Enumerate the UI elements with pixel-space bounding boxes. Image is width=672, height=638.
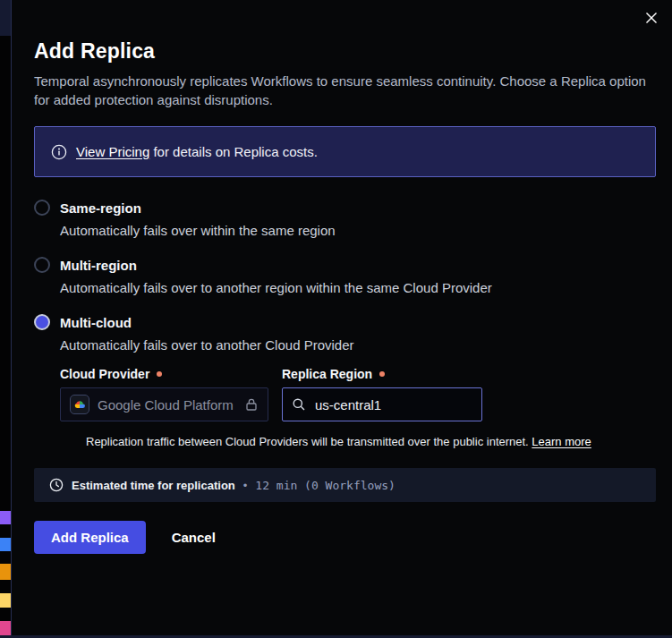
required-dot-icon [157, 371, 162, 377]
radio-icon[interactable] [34, 257, 50, 273]
option-label: Same-region [60, 200, 141, 216]
cancel-button[interactable]: Cancel [172, 530, 216, 545]
pricing-info-banner: View Pricing for details on Replica cost… [34, 126, 656, 177]
note-text: Replication traffic between Cloud Provid… [86, 435, 532, 448]
cloud-provider-label: Cloud Provider [60, 367, 268, 381]
learn-more-link[interactable]: Learn more [532, 435, 591, 448]
option-label: Multi-cloud [60, 315, 132, 330]
page-title: Add Replica [34, 39, 656, 64]
gcp-logo-icon [70, 395, 89, 414]
required-dot-icon [379, 371, 385, 377]
replica-region-input[interactable] [313, 396, 472, 413]
option-description: Automatically fails over to another Clou… [60, 337, 656, 353]
estimate-value: 12 min (0 Workflows) [255, 479, 396, 492]
cloud-provider-field: Cloud Provider [60, 367, 268, 421]
field-label-text: Cloud Provider [60, 367, 149, 381]
option-description: Automatically fails over within the same… [60, 223, 656, 238]
replica-region-searchbox[interactable] [282, 387, 482, 421]
option-label: Multi-region [60, 258, 137, 273]
replica-region-label: Replica Region [282, 367, 482, 381]
replica-option-same-region: Same-region Automatically fails over wit… [34, 200, 656, 238]
search-icon [292, 397, 306, 412]
radio-icon[interactable] [34, 200, 50, 216]
background-header-fragment [0, 0, 11, 36]
close-icon [644, 11, 659, 25]
radio-multi-cloud[interactable]: Multi-cloud [34, 314, 656, 330]
background-color-stripe [0, 593, 11, 608]
close-button[interactable] [642, 9, 660, 27]
radio-icon[interactable] [34, 314, 50, 330]
public-internet-note: Replication traffic between Cloud Provid… [86, 435, 656, 448]
background-page-sliver [0, 0, 11, 638]
estimated-time-banner: Estimated time for replication • 12 min … [34, 468, 656, 502]
add-replica-button[interactable]: Add Replica [34, 521, 146, 554]
background-color-stripe [0, 511, 11, 524]
background-color-stripe [0, 538, 11, 551]
radio-same-region[interactable]: Same-region [34, 200, 656, 216]
field-label-text: Replica Region [282, 367, 372, 381]
cloud-provider-value: Google Cloud Platform [98, 397, 236, 413]
replica-option-multi-cloud: Multi-cloud Automatically fails over to … [34, 314, 656, 448]
replica-region-field: Replica Region [282, 367, 482, 421]
lock-icon [244, 397, 259, 412]
add-replica-modal: Add Replica Temporal asynchronously repl… [11, 0, 672, 638]
radio-multi-region[interactable]: Multi-region [34, 257, 656, 273]
modal-actions: Add Replica Cancel [34, 521, 656, 554]
info-icon [51, 144, 67, 160]
background-color-stripe [0, 564, 11, 580]
replica-option-multi-region: Multi-region Automatically fails over to… [34, 257, 656, 295]
view-pricing-link[interactable]: View Pricing [76, 144, 149, 159]
modal-description: Temporal asynchronously replicates Workf… [34, 72, 656, 109]
pricing-banner-text: View Pricing for details on Replica cost… [76, 144, 318, 159]
clock-icon [49, 478, 64, 492]
option-description: Automatically fails over to another regi… [60, 280, 656, 295]
pricing-banner-rest: for details on Replica costs. [149, 144, 318, 159]
estimate-label: Estimated time for replication [72, 479, 235, 492]
cloud-provider-select[interactable]: Google Cloud Platform [60, 387, 268, 421]
multi-cloud-subform: Cloud Provider [60, 367, 656, 448]
estimate-separator: • [243, 479, 248, 492]
